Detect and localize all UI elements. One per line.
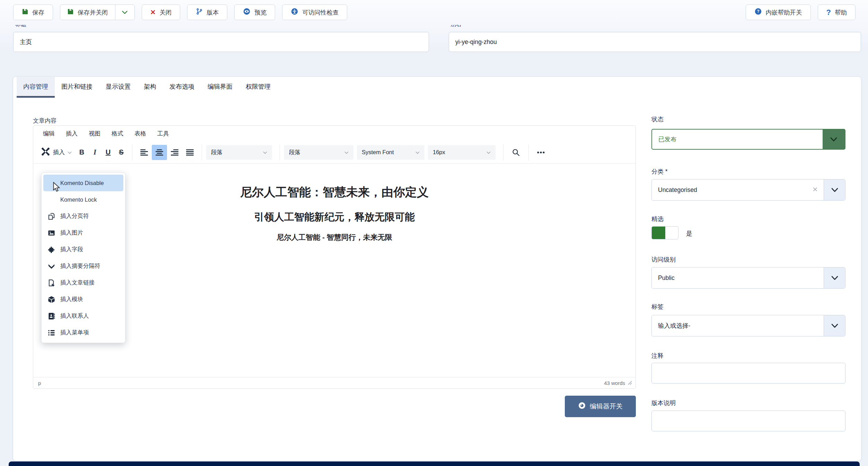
status-value: 已发布 (652, 135, 823, 143)
font-family-select[interactable]: System Font (357, 145, 424, 160)
menu-item-insert-contact[interactable]: 插入联系人 (43, 308, 123, 324)
access-select[interactable]: Public (651, 267, 845, 289)
save-options-chevron-button[interactable] (115, 5, 134, 20)
preview-button[interactable]: 预览 (234, 5, 275, 20)
strikethrough-button[interactable]: S (115, 145, 128, 160)
search-icon (512, 148, 520, 157)
menu-item-label: Komento Lock (60, 196, 97, 203)
element-path[interactable]: p (38, 380, 41, 386)
menu-format[interactable]: 格式 (107, 127, 128, 140)
toggle-editor-button[interactable]: 编辑器开关 (565, 396, 636, 417)
tab-permissions[interactable]: 权限管理 (239, 77, 277, 98)
chevron-down-icon (823, 130, 845, 149)
align-left-button[interactable] (137, 145, 152, 160)
word-count[interactable]: 43 words (604, 380, 625, 386)
menu-item-insert-module[interactable]: 插入模块 (43, 291, 123, 308)
align-justify-icon (186, 149, 194, 156)
status-select[interactable]: 已发布 (651, 129, 845, 150)
tab-publishing[interactable]: 发布选项 (163, 77, 201, 98)
category-label: 分类 * (651, 167, 668, 176)
pagebreak-icon (47, 212, 56, 220)
menu-tools[interactable]: 工具 (152, 127, 174, 140)
tab-configure-editor[interactable]: 编辑界面 (201, 77, 239, 98)
featured-value: 是 (686, 229, 692, 238)
font-size-value: 16px (433, 149, 445, 156)
underline-button[interactable]: U (102, 145, 115, 160)
inline-help-toggle-button[interactable]: ? 内嵌帮助开关 (746, 5, 811, 20)
joomla-logo-icon (41, 147, 50, 158)
question-circle-icon: ? (754, 8, 762, 17)
italic-button[interactable]: I (88, 145, 102, 160)
status-label: 状态 (651, 115, 664, 123)
puzzle-icon (47, 245, 56, 254)
joomla-insert-button[interactable]: 插入 (37, 145, 75, 160)
menu-item-insert-pagebreak[interactable]: 插入分页符 (43, 208, 123, 225)
alias-input[interactable] (449, 32, 861, 52)
settings-sidebar: 状态 已发布 分类 * Uncategorised 精选 是 访问级别 Publ… (651, 77, 845, 461)
menu-edit[interactable]: 编辑 (38, 127, 60, 140)
resize-handle-icon[interactable] (628, 380, 632, 386)
align-center-button[interactable] (152, 145, 167, 160)
tab-schema[interactable]: 架构 (137, 77, 163, 98)
top-toolbar: 保存 保存并关闭 ✕ 关闭 版本 预览 可访问性检查 (0, 0, 868, 24)
tags-select[interactable]: 输入或选择- (651, 315, 845, 336)
bold-button[interactable]: B (75, 145, 88, 160)
article-plus-icon (47, 279, 56, 287)
note-input[interactable] (651, 363, 845, 384)
save-button[interactable]: 保存 (13, 5, 53, 20)
save-icon (22, 8, 28, 17)
featured-toggle[interactable] (651, 226, 678, 239)
block-format-select-1[interactable]: 段落 (206, 145, 272, 160)
menu-item-label: 插入文章链接 (60, 279, 95, 287)
inline-help-toggle-label: 内嵌帮助开关 (766, 8, 802, 17)
cube-icon (47, 295, 56, 304)
universal-access-icon (291, 8, 298, 17)
toolbar-separator (503, 144, 503, 160)
editor-toolbar: 插入 B I U S 段落 段落 System Font (33, 141, 635, 164)
font-size-select[interactable]: 16px (428, 145, 496, 160)
chevron-down-icon (263, 149, 267, 156)
accessibility-check-button[interactable]: 可访问性检查 (282, 5, 347, 20)
tab-content[interactable]: 内容管理 (17, 77, 55, 98)
title-input[interactable] (13, 32, 429, 52)
menu-item-insert-menu-item[interactable]: 插入菜单项 (43, 324, 123, 341)
menu-item-komento-disable[interactable]: Komento Disable (43, 175, 123, 191)
menu-view[interactable]: 视图 (84, 127, 105, 140)
menu-item-label: 插入模块 (60, 296, 83, 303)
close-button[interactable]: ✕ 关闭 (142, 5, 181, 20)
image-icon (47, 229, 56, 237)
tab-images-links[interactable]: 图片和链接 (55, 77, 99, 98)
toolbar-separator (202, 144, 202, 160)
menu-insert[interactable]: 插入 (61, 127, 82, 140)
menu-item-komento-lock[interactable]: Komento Lock (43, 191, 123, 208)
toggle-editor-label: 编辑器开关 (590, 402, 623, 411)
clear-x-icon[interactable] (813, 187, 817, 193)
toolbar-separator (528, 144, 529, 160)
save-and-close-split-button: 保存并关闭 (60, 5, 135, 20)
menu-item-insert-image[interactable]: 插入图片 (43, 225, 123, 241)
help-button[interactable]: ? 帮助 (818, 5, 856, 20)
align-right-button[interactable] (167, 145, 182, 160)
menu-item-insert-article-link[interactable]: 插入文章链接 (43, 274, 123, 291)
tags-label: 标签 (651, 302, 664, 311)
tab-display-options[interactable]: 显示设置 (99, 77, 137, 98)
more-options-button[interactable] (533, 145, 549, 160)
rich-text-editor: 编辑 插入 视图 格式 表格 工具 插入 B I U S 段落 (33, 125, 636, 389)
menu-table[interactable]: 表格 (130, 127, 151, 140)
search-button[interactable] (508, 145, 524, 160)
version-note-input[interactable] (651, 411, 845, 431)
save-and-close-label: 保存并关闭 (78, 8, 108, 17)
save-icon (67, 8, 74, 17)
toggle-on-segment (652, 227, 665, 239)
save-and-close-button[interactable]: 保存并关闭 (60, 5, 115, 20)
menu-item-insert-readmore[interactable]: 插入摘要分隔符 (43, 258, 123, 274)
versions-button[interactable]: 版本 (187, 5, 227, 20)
category-select[interactable]: Uncategorised (651, 179, 845, 201)
chevron-down-icon (824, 179, 845, 200)
tags-placeholder: 输入或选择- (652, 322, 824, 330)
align-justify-button[interactable] (182, 145, 198, 160)
category-value: Uncategorised (652, 186, 813, 194)
code-branch-icon (196, 8, 203, 17)
block-format-select-2[interactable]: 段落 (284, 145, 353, 160)
menu-item-insert-field[interactable]: 插入字段 (43, 241, 123, 258)
